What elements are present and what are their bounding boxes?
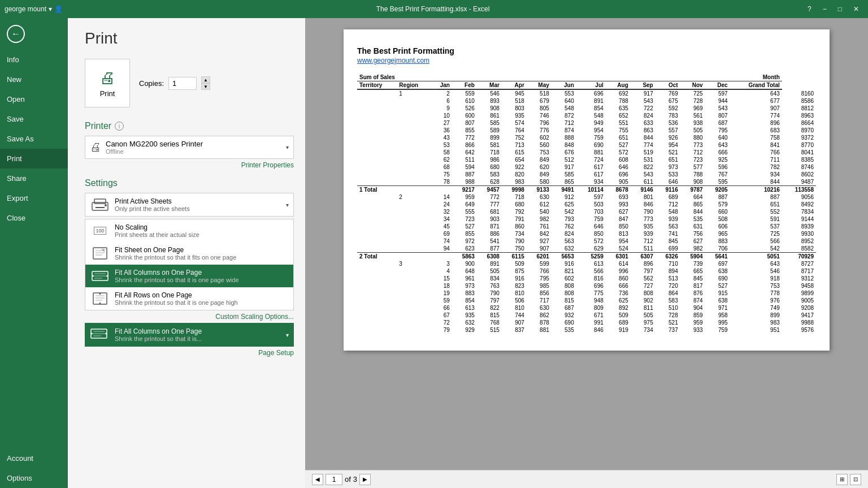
col-feb: Feb bbox=[452, 81, 477, 90]
table-row: 7588758382084958561769654353378876793486… bbox=[357, 171, 816, 178]
table-row: 7497254179092756357295471284562788356689… bbox=[357, 237, 816, 245]
table-row: 1596183491679560281686056251384569091893… bbox=[357, 275, 816, 282]
table-row: 6793581574486293267150950572885995889994… bbox=[357, 312, 816, 319]
print-active-dropdown-icon: ▾ bbox=[286, 202, 289, 208]
table-row: 6610893518679640891788543675728944677858… bbox=[357, 97, 816, 105]
minimize-button[interactable]: − bbox=[818, 4, 831, 14]
page-setup-link[interactable]: Page Setup bbox=[85, 349, 294, 357]
sidebar-item-options[interactable]: Options bbox=[0, 468, 68, 488]
table-row: 3472390379198279375984777393953550859191… bbox=[357, 215, 816, 223]
table-row: 4552787186076176264685093556363160653789… bbox=[357, 223, 816, 230]
fit-columns-icon bbox=[90, 268, 110, 284]
sidebar-item-open[interactable]: Open bbox=[0, 89, 68, 109]
custom-scaling-link[interactable]: Custom Scaling Options... bbox=[85, 313, 294, 321]
table-header-row1: Sum of Sales Month bbox=[357, 74, 816, 81]
table-header-row2: Territory Region Jan Feb Mar Apr May Jun… bbox=[357, 81, 816, 90]
zoom-button[interactable]: ⊡ bbox=[850, 474, 861, 485]
sidebar-item-share[interactable]: Share bbox=[0, 169, 68, 188]
document-link[interactable]: www.georgejmount.com bbox=[357, 57, 816, 64]
scaling-dropdown-arrow-icon: ▾ bbox=[286, 332, 289, 338]
table-row: 4377289975260288875965184492688064075893… bbox=[357, 134, 816, 141]
sidebar-item-close[interactable]: Close bbox=[0, 208, 68, 228]
maximize-button[interactable]: □ bbox=[834, 4, 847, 14]
table-row: 6859468092262091761764682297357759678287… bbox=[357, 163, 816, 171]
document-title: The Best Print Formatting bbox=[357, 46, 816, 55]
main-content: Print 🖨 Print Copies: ▲ ▼ Print bbox=[68, 18, 868, 488]
svg-point-3 bbox=[105, 204, 107, 206]
fit-sheet-icon bbox=[90, 245, 110, 261]
table-row: 1255954694551855369669291776972559764381… bbox=[357, 89, 816, 97]
col-territory: Territory bbox=[357, 81, 397, 90]
table-row: 3390089150959991661361489671073969764387… bbox=[357, 260, 816, 267]
col-grand-total: Grand Total bbox=[730, 81, 782, 90]
sidebar: ← Info New Open Save Save As Print Share… bbox=[0, 18, 68, 488]
table-row: 4648505875766821566996797894665638546871… bbox=[357, 267, 816, 275]
fit-rows-text: Fit All Rows on One Page Shrink the prin… bbox=[115, 291, 289, 306]
table-row: 7992951583788153584691973473793375995195… bbox=[357, 326, 816, 334]
scaling-option-fit-sheet[interactable]: Fit Sheet on One Page Shrink the printou… bbox=[85, 242, 293, 265]
printer-dropdown-arrow-icon: ▾ bbox=[286, 144, 289, 150]
table-row: 5985479750671781594862590258387463897690… bbox=[357, 297, 816, 304]
preview-scroll[interactable]: The Best Print Formatting www.georgejmou… bbox=[305, 18, 868, 470]
copies-input[interactable] bbox=[168, 77, 197, 90]
col-sep: Sep bbox=[631, 81, 656, 90]
user-icon: 👤 bbox=[54, 5, 63, 13]
app-body: ← Info New Open Save Save As Print Share… bbox=[0, 18, 868, 488]
col-jul: Jul bbox=[576, 81, 606, 90]
sidebar-item-new[interactable]: New bbox=[0, 70, 68, 89]
svg-rect-1 bbox=[94, 199, 106, 204]
fit-page-button[interactable]: ⊞ bbox=[836, 474, 848, 485]
title-bar: george mount ▾ 👤 The Best Print Formatti… bbox=[0, 0, 868, 18]
back-button[interactable]: ← bbox=[0, 18, 68, 50]
printer-info: Canon MG2200 series Printer Offline bbox=[106, 140, 281, 155]
copies-down-button[interactable]: ▼ bbox=[201, 83, 210, 90]
scaling-option-fit-columns[interactable]: Fit All Columns on One Page Shrink the p… bbox=[85, 265, 293, 287]
table-row: 9526908803805548854635722592969543907881… bbox=[357, 105, 816, 112]
print-panel: Print 🖨 Print Copies: ▲ ▼ Print bbox=[68, 18, 305, 488]
window-controls: ? − □ ✕ bbox=[803, 4, 863, 14]
next-page-button[interactable]: ▶ bbox=[359, 474, 371, 485]
sidebar-item-save[interactable]: Save bbox=[0, 109, 68, 129]
print-section: 🖨 Print Copies: ▲ ▼ bbox=[85, 59, 294, 107]
fit-sheet-text: Fit Sheet on One Page Shrink the printou… bbox=[115, 246, 289, 261]
sidebar-item-print[interactable]: Print bbox=[0, 149, 68, 169]
help-button[interactable]: ? bbox=[803, 4, 816, 14]
col-month: Month bbox=[431, 74, 782, 81]
page-nav-left: ◀ of 3 ▶ bbox=[312, 474, 371, 485]
scaling-option-fit-rows[interactable]: Fit All Rows on One Page Shrink the prin… bbox=[85, 287, 293, 310]
printer-section-title: Printer i bbox=[85, 121, 294, 131]
sidebar-item-account[interactable]: Account bbox=[0, 448, 68, 468]
sidebar-item-info[interactable]: Info bbox=[0, 50, 68, 70]
scaling-current-desc: Shrink the printout so that it is... bbox=[115, 335, 281, 342]
table-row: 1 Total921794579998913394911011486789146… bbox=[357, 186, 816, 194]
printer-properties-link[interactable]: Printer Properties bbox=[85, 161, 294, 169]
print-button[interactable]: 🖨 Print bbox=[85, 59, 130, 107]
page-title: Print bbox=[85, 29, 294, 47]
page-nav: ◀ of 3 ▶ ⊞ ⊡ bbox=[305, 470, 868, 488]
table-row: 7263276890787869099168997552195999598399… bbox=[357, 319, 816, 326]
scaling-dropdown-panel: 100 No Scaling Print sheets at their act… bbox=[85, 219, 294, 310]
col-dec: Dec bbox=[705, 81, 730, 90]
sidebar-item-export[interactable]: Export bbox=[0, 188, 68, 208]
user-dropdown-icon[interactable]: ▾ bbox=[49, 5, 52, 13]
col-region: Region bbox=[397, 81, 431, 90]
printer-select[interactable]: 🖨 Canon MG2200 series Printer Offline ▾ bbox=[85, 136, 294, 159]
fit-columns-text: Fit All Columns on One Page Shrink the p… bbox=[115, 269, 289, 283]
prev-page-button[interactable]: ◀ bbox=[312, 474, 323, 485]
scaling-option-no-scaling[interactable]: 100 No Scaling Print sheets at their act… bbox=[85, 219, 293, 242]
setting-print-active[interactable]: Print Active Sheets Only print the activ… bbox=[85, 193, 294, 217]
page-number-input[interactable] bbox=[326, 474, 342, 485]
table-row: 2780758557479671294955163353693868789686… bbox=[357, 119, 816, 127]
printer-info-icon[interactable]: i bbox=[115, 122, 124, 131]
table-row: 5864271861575367688157251952171266676680… bbox=[357, 149, 816, 156]
copies-up-button[interactable]: ▲ bbox=[201, 76, 210, 83]
scaling-current-display[interactable]: Fit All Columns on One Page Shrink the p… bbox=[85, 323, 294, 347]
svg-rect-4 bbox=[93, 248, 107, 259]
print-btn-label: Print bbox=[100, 89, 115, 98]
col-aug: Aug bbox=[606, 81, 631, 90]
scaling-current-icon bbox=[90, 327, 110, 343]
sidebar-item-save-as[interactable]: Save As bbox=[0, 129, 68, 149]
table-row: 6661382281063068780989281151090497174992… bbox=[357, 304, 816, 312]
user-area: george mount ▾ 👤 bbox=[5, 5, 63, 13]
close-button[interactable]: ✕ bbox=[849, 4, 863, 14]
